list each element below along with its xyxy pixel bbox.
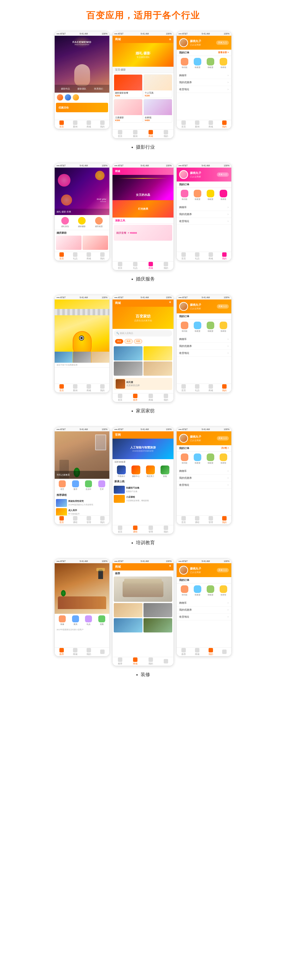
deco-product[interactable] <box>114 603 143 617</box>
nav-mall[interactable]: 商城 <box>190 648 204 656</box>
nav-home[interactable]: 首页 <box>113 262 128 270</box>
nav-gift[interactable]: 礼品 <box>68 252 82 260</box>
nav-home[interactable]: 首页 <box>55 121 68 128</box>
menu-row[interactable]: 收货地址 <box>176 614 231 620</box>
deco-product[interactable] <box>114 618 143 632</box>
course-item[interactable]: 拍摄技巧合集 拓展技巧合集 <box>114 486 172 494</box>
menu-row[interactable]: 我的优惠券 <box>176 475 231 482</box>
nav-mall[interactable]: 商城 <box>82 384 96 392</box>
nav-course[interactable]: 课程 <box>68 516 82 524</box>
wedding-item[interactable] <box>56 235 81 250</box>
course-icon-item[interactable]: 其他 <box>158 466 172 478</box>
deco-cat[interactable]: 装修 <box>56 616 68 626</box>
product-item[interactable]: 婚纱摄影套餐 ¥299 <box>114 74 143 98</box>
menu-row[interactable]: 收货地址 <box>176 218 231 225</box>
nav-mine[interactable]: 我的 <box>218 516 231 524</box>
nav-mall[interactable]: 商城 <box>204 252 218 260</box>
seller-entry-btn[interactable]: 卖家入口 <box>217 172 229 177</box>
seller-entry[interactable]: 卖家入口 <box>216 40 229 45</box>
nav-mall[interactable]: 商城 <box>204 121 218 128</box>
nav-mine[interactable]: 我的 <box>218 121 231 128</box>
icon-review[interactable]: 待评价 <box>218 58 229 69</box>
nav-cases[interactable]: 案例 <box>190 121 204 128</box>
course-icon-item[interactable]: 摄影中心 <box>129 466 143 478</box>
wedding-item[interactable] <box>83 235 108 250</box>
nav-mine[interactable]: 我的 <box>158 262 173 270</box>
nav-mine[interactable]: 我的 <box>96 516 110 524</box>
nav-mall[interactable]: 商城 <box>82 252 96 260</box>
nav-manage[interactable]: 管理 <box>204 516 218 524</box>
textile-item[interactable] <box>143 346 172 361</box>
nav-featured[interactable]: 推荐 <box>128 394 143 402</box>
cat-item[interactable]: 婚车租赁 <box>95 217 103 228</box>
tag-active[interactable]: 新品 <box>115 339 123 344</box>
menu-coupon[interactable]: 我的优惠券 <box>176 79 231 86</box>
menu-row[interactable]: 购物车 <box>176 204 231 211</box>
tag[interactable]: 特惠 <box>134 339 142 344</box>
icon-ship[interactable]: 待发货 <box>192 58 203 69</box>
course-icon-item[interactable]: 平面设计 <box>114 466 128 478</box>
icon-item[interactable]: 待付款 <box>178 321 190 332</box>
nav-mall[interactable]: 商城 <box>143 262 158 270</box>
icon-item[interactable]: 待发货 <box>192 321 203 332</box>
icon-item[interactable]: 待发货 <box>192 453 203 465</box>
edu-cat[interactable]: 数学 <box>70 480 82 491</box>
nav-home[interactable]: 首页 <box>176 252 190 260</box>
menu-row[interactable]: 收货地址 <box>176 482 231 488</box>
nav-gift[interactable]: 礼品 <box>190 252 204 260</box>
nav-mine[interactable]: 我的 <box>96 121 110 128</box>
icon-item[interactable]: 待付款 <box>178 190 190 201</box>
icon-item[interactable]: 待发货 <box>192 190 203 201</box>
nav-featured[interactable]: 推荐 <box>113 657 128 665</box>
nav-cases[interactable]: 案例 <box>68 121 82 128</box>
nav-cases[interactable]: 案例 <box>128 130 143 138</box>
menu-row[interactable]: 收货地址 <box>176 350 231 357</box>
seller-entry-btn[interactable]: 卖家入口 <box>217 436 229 441</box>
brand-item[interactable]: 织天屋 优质家纺品牌 <box>114 378 172 390</box>
nav-home[interactable]: 首页 <box>55 384 68 392</box>
edu-cat[interactable]: 语言 <box>56 480 68 491</box>
menu-row[interactable]: 购物车 <box>176 468 231 475</box>
textile-item[interactable] <box>114 346 143 361</box>
icon-item[interactable]: 待收货 <box>205 453 216 465</box>
nav-mall[interactable]: 商城 <box>82 121 96 128</box>
textile-item[interactable] <box>143 361 172 376</box>
nav-home[interactable]: 首页 <box>113 526 128 533</box>
nav-gift[interactable]: 礼品 <box>190 384 204 392</box>
seller-entry-btn[interactable]: 卖家入口 <box>217 304 229 309</box>
nav-home[interactable]: 首页 <box>176 384 190 392</box>
deco-cat[interactable]: 礼品 <box>83 616 95 626</box>
icon-item[interactable]: 待评价 <box>218 453 229 465</box>
seller-entry-btn[interactable]: 卖家入口 <box>217 568 229 573</box>
nav-home[interactable]: 首页 <box>55 516 68 524</box>
course-icon-item[interactable]: 淘宝美工 <box>143 466 157 478</box>
menu-row[interactable]: 我的优惠券 <box>176 606 231 614</box>
nav-mine[interactable]: 我的 <box>96 384 110 392</box>
nav-featured[interactable]: 推荐 <box>176 648 190 656</box>
nav-mall[interactable]: 商城 <box>143 394 158 402</box>
nav-course[interactable]: 课程 <box>128 526 143 533</box>
deco-product[interactable] <box>143 618 172 632</box>
icon-item[interactable]: 待发货 <box>192 585 203 597</box>
nav-mall[interactable]: 商城 <box>68 648 82 656</box>
tag[interactable]: 热卖 <box>124 339 133 344</box>
nav-gift[interactable]: 礼品 <box>128 262 143 270</box>
nav-mine[interactable]: 我的 <box>158 394 173 402</box>
nav-mine[interactable]: 我的 <box>158 526 173 533</box>
deco-cat[interactable]: 优惠 <box>96 616 108 626</box>
icon-item[interactable]: 待付款 <box>178 585 190 597</box>
icon-item[interactable]: 待收货 <box>205 585 216 597</box>
menu-row[interactable]: 购物车 <box>176 336 231 343</box>
edu-cat[interactable]: 生活中 <box>83 480 95 491</box>
nav-featured[interactable]: 推荐 <box>55 648 68 656</box>
nav-mine[interactable]: 我的 <box>82 648 96 656</box>
search-bar[interactable]: 🔍 搜索入店商品 <box>114 330 172 336</box>
price-item[interactable]: 婚庆套餐 + ¥8888 <box>114 225 172 241</box>
icon-item[interactable]: 待付款 <box>178 453 190 465</box>
menu-row[interactable]: 购物车 <box>176 600 231 606</box>
nav-home[interactable]: 首页 <box>176 516 190 524</box>
deco-cat[interactable]: 家具 <box>70 616 82 626</box>
nav-mall[interactable]: 商城 <box>143 130 158 138</box>
cat-item[interactable]: 婚纱摄影 <box>78 217 86 228</box>
nav-mine[interactable]: 我的 <box>218 252 231 260</box>
